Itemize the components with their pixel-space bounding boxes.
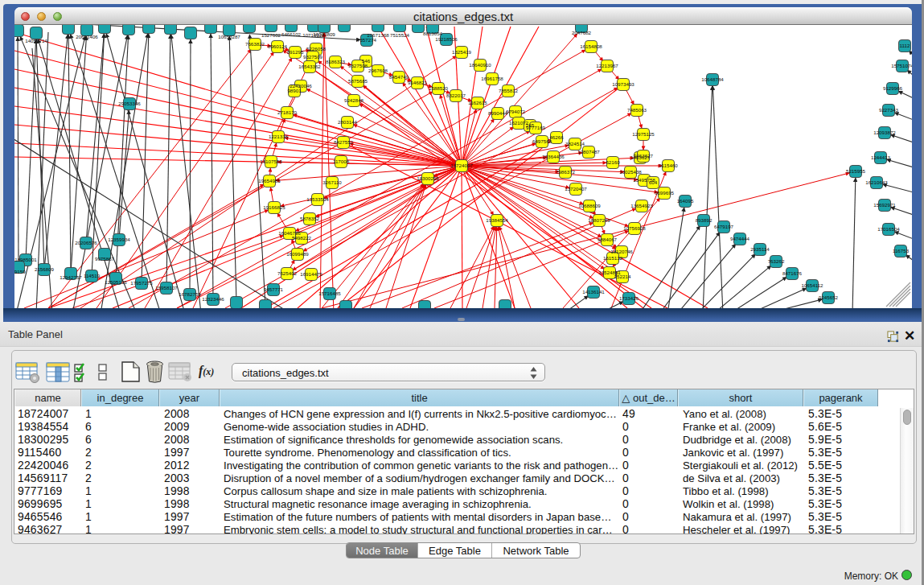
svg-text:10653287: 10653287: [218, 34, 240, 39]
svg-text:7855812: 7855812: [499, 88, 519, 93]
svg-text:10671368: 10671368: [367, 32, 389, 38]
svg-text:16914479: 16914479: [300, 271, 322, 277]
svg-text:164095: 164095: [677, 198, 694, 204]
svg-text:9699695: 9699695: [655, 190, 675, 196]
svg-text:10807487: 10807487: [577, 149, 600, 154]
svg-text:2803144: 2803144: [338, 119, 358, 125]
svg-text:19654985: 19654985: [258, 178, 281, 183]
svg-text:1615132: 1615132: [603, 255, 623, 261]
svg-text:2935114: 2935114: [750, 246, 770, 252]
svg-text:16154808: 16154808: [580, 43, 602, 49]
svg-text:2047682: 2047682: [572, 30, 592, 35]
svg-text:8813054: 8813054: [423, 31, 443, 36]
svg-text:15958107: 15958107: [155, 285, 178, 290]
svg-text:29053346: 29053346: [118, 101, 141, 106]
svg-text:763262: 763262: [768, 258, 785, 264]
svg-text:1162615: 1162615: [468, 100, 487, 105]
svg-text:893892: 893892: [696, 217, 713, 223]
svg-text:18724007: 18724007: [450, 163, 473, 168]
svg-text:5226058: 5226058: [306, 46, 326, 51]
svg-text:7986372: 7986372: [556, 169, 576, 175]
svg-text:18807249: 18807249: [588, 217, 610, 223]
svg-text:8471676: 8471676: [782, 270, 803, 276]
svg-text:5215955: 5215955: [846, 168, 866, 174]
svg-text:12942757: 12942757: [60, 274, 82, 280]
svg-text:9777169: 9777169: [526, 125, 546, 130]
svg-text:1221338: 1221338: [269, 134, 289, 139]
svg-text:12505135: 12505135: [105, 279, 127, 285]
svg-text:7663822: 7663822: [245, 41, 265, 47]
svg-text:1588520: 1588520: [429, 85, 449, 91]
svg-text:18985001: 18985001: [14, 257, 37, 262]
svg-text:12213967: 12213967: [596, 63, 618, 68]
svg-text:18640910: 18640910: [469, 62, 491, 68]
svg-text:20364436: 20364436: [542, 154, 565, 159]
svg-text:9975867: 9975867: [95, 256, 115, 262]
svg-text:5875685: 5875685: [348, 78, 368, 84]
svg-text:19218506: 19218506: [435, 36, 458, 42]
svg-text:17016504: 17016504: [877, 226, 900, 232]
svg-text:19384554: 19384554: [486, 217, 508, 223]
svg-text:7357274: 7357274: [357, 37, 377, 43]
svg-text:9463627: 9463627: [634, 153, 654, 159]
svg-text:16099489: 16099489: [286, 251, 309, 257]
svg-text:16107554: 16107554: [260, 159, 282, 164]
svg-text:16033809: 16033809: [313, 31, 335, 37]
svg-text:18120746: 18120746: [610, 249, 633, 254]
svg-text:604: 604: [649, 179, 658, 185]
svg-text:6479197: 6479197: [714, 224, 734, 229]
svg-text:9242848: 9242848: [344, 97, 364, 103]
svg-text:9327508: 9327508: [348, 63, 368, 68]
svg-text:9457771: 9457771: [264, 286, 284, 292]
svg-text:15692971: 15692971: [873, 202, 896, 208]
svg-text:14055714: 14055714: [25, 38, 47, 43]
svg-text:12093872: 12093872: [873, 130, 896, 135]
svg-text:1733426: 1733426: [619, 295, 639, 301]
svg-text:9115460: 9115460: [659, 163, 678, 168]
svg-text:8990444: 8990444: [488, 110, 508, 116]
svg-text:62160: 62160: [606, 159, 620, 165]
svg-text:114519: 114519: [84, 273, 101, 278]
svg-text:8454749: 8454749: [389, 74, 409, 80]
svg-text:9474444: 9474444: [730, 236, 750, 241]
svg-text:7625402: 7625402: [277, 270, 298, 276]
svg-text:18300295: 18300295: [417, 175, 439, 181]
svg-text:9129966: 9129966: [883, 85, 903, 91]
svg-text:9884067: 9884067: [598, 237, 618, 242]
svg-text:8186323: 8186323: [326, 59, 346, 64]
svg-text:13654923: 13654923: [630, 203, 653, 208]
svg-text:8427552: 8427552: [334, 139, 354, 145]
svg-text:16782759: 16782759: [179, 291, 201, 297]
svg-text:5498222: 5498222: [292, 235, 312, 241]
svg-text:15751074: 15751074: [891, 63, 912, 68]
svg-text:8960124: 8960124: [268, 43, 288, 49]
svg-text:2718170: 2718170: [277, 109, 298, 115]
svg-text:117008: 117008: [333, 159, 350, 164]
svg-text:7485063: 7485063: [627, 107, 647, 113]
svg-text:6466102: 6466102: [281, 31, 302, 37]
svg-text:1325419: 1325419: [452, 49, 472, 55]
svg-text:891295: 891295: [287, 49, 304, 55]
svg-text:10756928: 10756928: [623, 225, 646, 231]
svg-text:2156809: 2156809: [35, 266, 55, 272]
svg-text:3267110: 3267110: [322, 179, 342, 185]
svg-text:9227343: 9227343: [879, 107, 899, 113]
svg-text:10025438: 10025438: [619, 169, 642, 175]
svg-text:17957275: 17957275: [130, 280, 153, 286]
svg-text:20691406: 20691406: [76, 34, 98, 39]
svg-text:13533594: 13533594: [306, 196, 329, 202]
svg-text:12359934: 12359934: [108, 237, 130, 242]
svg-text:12975125: 12975125: [632, 131, 655, 137]
svg-text:10688609: 10688609: [578, 203, 601, 208]
svg-text:116753: 116753: [893, 248, 910, 253]
svg-text:1244413: 1244413: [871, 154, 891, 160]
svg-text:5878352: 5878352: [300, 216, 320, 221]
svg-text:7515524: 7515524: [390, 32, 410, 38]
svg-text:98901: 98901: [287, 88, 302, 93]
svg-text:6794072: 6794072: [506, 109, 526, 114]
svg-text:20206576: 20206576: [75, 240, 97, 245]
svg-text:16210643: 16210643: [865, 179, 888, 185]
svg-text:9146821: 9146821: [408, 80, 428, 85]
svg-text:16961758: 16961758: [481, 76, 503, 81]
svg-text:19166825: 19166825: [263, 204, 285, 210]
